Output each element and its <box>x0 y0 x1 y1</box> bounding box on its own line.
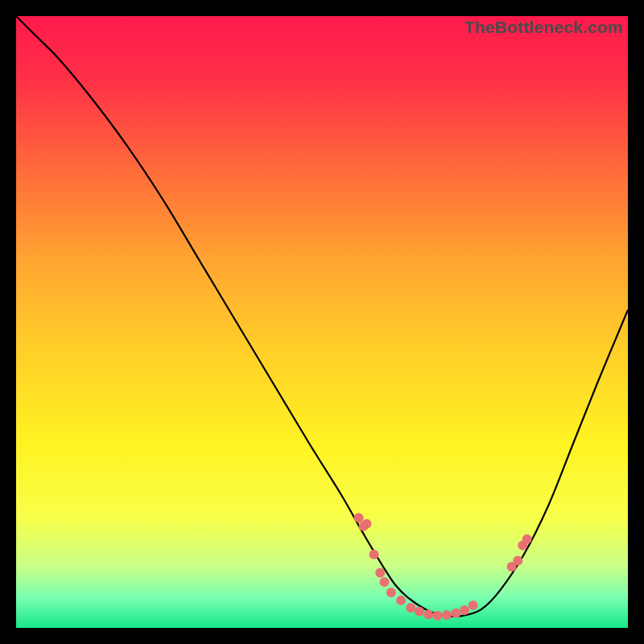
scatter-dot <box>375 568 385 578</box>
scatter-dot <box>423 609 433 619</box>
scatter-dot <box>522 535 532 544</box>
scatter-dot <box>406 603 415 613</box>
watermark-label: TheBottleneck.com <box>464 18 623 37</box>
scatter-dot <box>415 606 424 616</box>
chart-canvas <box>16 16 628 628</box>
scatter-dot <box>513 555 522 565</box>
scatter-dot <box>460 605 469 615</box>
scatter-dot <box>442 610 452 620</box>
scatter-dot <box>361 519 371 529</box>
scatter-dot <box>386 588 396 597</box>
scatter-dot <box>433 611 443 621</box>
scatter-dot <box>396 596 406 605</box>
gradient-background <box>16 16 628 628</box>
chart-frame: TheBottleneck.com <box>16 16 628 628</box>
scatter-dot <box>451 609 460 618</box>
scatter-dot <box>354 513 364 522</box>
scatter-dot <box>369 550 379 559</box>
scatter-dot <box>380 577 390 587</box>
scatter-dot <box>469 601 478 610</box>
